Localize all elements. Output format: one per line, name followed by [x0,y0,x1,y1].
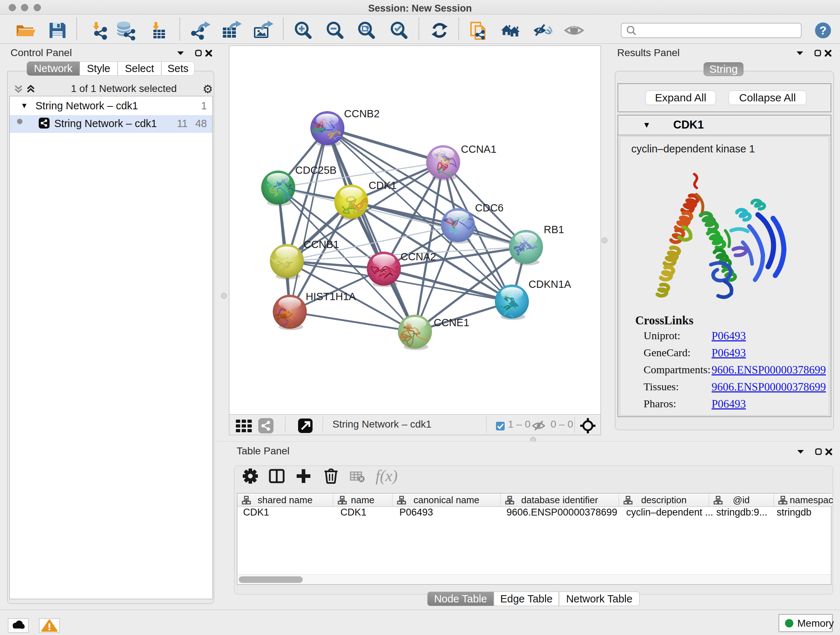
svg-text:CDC25B: CDC25B [295,165,336,176]
svg-text:CCNA1: CCNA1 [461,143,496,155]
svg-text:HIST1H1A: HIST1H1A [306,291,356,302]
svg-text:CCNA2: CCNA2 [401,251,436,263]
svg-text:RB1: RB1 [544,224,564,235]
svg-text:CCNB1: CCNB1 [303,239,339,250]
svg-text:CDC6: CDC6 [475,202,504,214]
svg-text:f(x): f(x) [376,467,398,485]
svg-text:CDKN1A: CDKN1A [529,279,571,290]
svg-text:CDK1: CDK1 [369,180,396,191]
svg-text:CCNB2: CCNB2 [344,108,379,119]
svg-text:?: ? [819,24,827,37]
svg-text:CCNE1: CCNE1 [434,317,469,328]
